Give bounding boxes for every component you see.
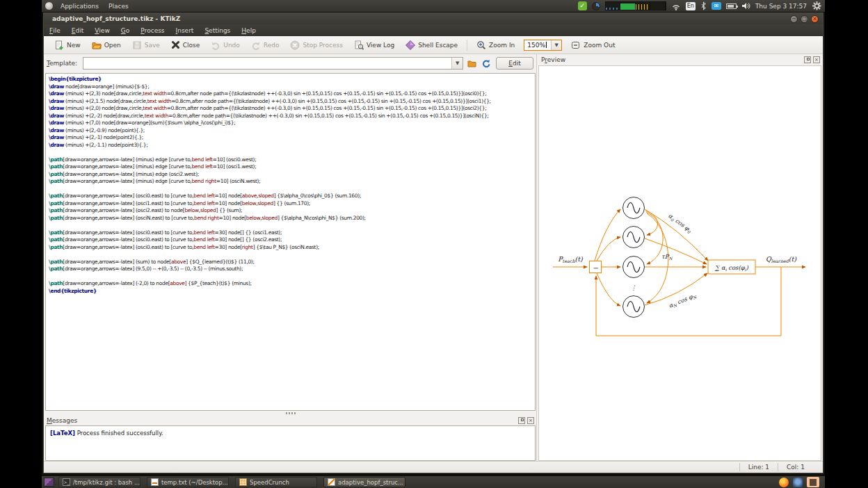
messages-float-button[interactable] — [518, 417, 525, 424]
taskbar-item[interactable]: SpeedCrunch — [235, 477, 317, 487]
tray-icon-active[interactable] — [807, 477, 819, 487]
template-row: Template: ▼ Edit — [44, 54, 536, 72]
save-icon — [132, 40, 142, 50]
show-desktop-button[interactable] — [44, 478, 54, 487]
shell-escape-button[interactable]: Shell Escape — [401, 39, 463, 51]
close-button[interactable]: × — [811, 15, 819, 23]
menu-help[interactable]: Help — [236, 24, 262, 36]
battery-icon[interactable] — [726, 3, 737, 9]
template-open-button[interactable] — [466, 58, 477, 70]
float-icon — [807, 58, 810, 60]
undo-button[interactable]: Undo — [206, 39, 245, 51]
statusbar-line: Line: 1 — [739, 463, 778, 471]
editor-messages-splitter[interactable] — [45, 411, 536, 416]
reload-icon — [481, 59, 490, 68]
view-log-button[interactable]: View Log — [349, 39, 399, 51]
keyboard-layout-indicator[interactable]: En — [686, 2, 696, 10]
code-line: \path[draw=orange,arrows=-latex] (-2,0) … — [49, 280, 535, 288]
code-line: \path[draw=orange,arrows=-latex] (osci1.… — [49, 200, 535, 208]
code-line: \end{tikzpicture} — [49, 288, 535, 295]
menu-go[interactable]: Go — [115, 24, 136, 36]
menu-settings[interactable]: Settings — [199, 24, 236, 36]
mem-graph — [620, 2, 636, 10]
bluetooth-icon[interactable] — [700, 1, 707, 10]
tray-icon-2[interactable] — [793, 478, 803, 487]
code-line — [49, 186, 535, 193]
zoom-level-combobox[interactable]: 150% ▼ — [524, 40, 562, 51]
code-line: \draw (minus) +(2,0) node[draw,circle,te… — [49, 105, 535, 113]
taskbar-item[interactable]: adaptive_hopf_struc... — [323, 477, 405, 487]
code-line: \draw (minus) +(2,3) node[draw,circle,te… — [49, 90, 535, 98]
code-editor[interactable]: \begin{tikzpicture}\draw node[draw=orang… — [45, 73, 536, 411]
wifi-icon[interactable] — [671, 2, 681, 10]
bottom-taskbar: >_/tmp/ktikz.git : bash ...temp.txt (~/D… — [42, 476, 825, 488]
save-label: Save — [145, 42, 160, 49]
messages-close-button[interactable]: × — [527, 417, 534, 424]
net-graph — [606, 2, 621, 10]
template-value[interactable] — [83, 58, 451, 69]
redo-icon — [251, 40, 261, 50]
applications-menu[interactable]: Applications — [56, 0, 104, 12]
save-button[interactable]: Save — [127, 39, 165, 51]
taskbar-item[interactable]: temp.txt (~/Desktop... — [147, 477, 229, 487]
taskbar-item[interactable]: >_/tmp/ktikz.git : bash ... — [58, 477, 140, 487]
shell-escape-icon — [405, 40, 415, 50]
code-line — [49, 149, 535, 156]
preview-pane: Preview × — [536, 54, 823, 461]
alphaN-label: αN cos φN — [668, 291, 698, 310]
preview-float-button[interactable] — [804, 56, 811, 63]
zoom-out-button[interactable]: Zoom Out — [566, 39, 620, 51]
open-button[interactable]: Open — [87, 39, 126, 51]
menu-edit[interactable]: Edit — [66, 24, 89, 36]
template-reload-button[interactable] — [481, 58, 492, 70]
close-file-button[interactable]: Close — [166, 39, 205, 51]
template-edit-button[interactable]: Edit — [496, 57, 533, 70]
taskbar-item-label: /tmp/ktikz.git : bash ... — [73, 479, 140, 486]
zoom-out-label: Zoom Out — [584, 42, 615, 49]
titlebar[interactable]: adaptive_hopf_structure.tikz - KTikZ − ▢… — [44, 13, 823, 24]
system-monitor-applet[interactable] — [605, 1, 666, 10]
code-line: \path[draw=orange,arrows=-latex] (osci0.… — [49, 193, 535, 200]
zoom-combo-arrow-icon[interactable]: ▼ — [551, 40, 561, 50]
vdots: ⋮ — [631, 284, 637, 291]
menu-file[interactable]: File — [44, 24, 66, 36]
template-combobox[interactable]: ▼ — [83, 57, 463, 70]
ktikz-icon — [328, 478, 335, 486]
menu-process[interactable]: Process — [135, 24, 170, 36]
firefox-tray-icon[interactable] — [779, 478, 789, 487]
preview-header: Preview × — [537, 54, 823, 65]
update-manager-icon[interactable]: ✓ — [578, 1, 587, 10]
template-combo-arrow-icon[interactable]: ▼ — [451, 58, 463, 69]
minimize-button[interactable]: − — [790, 15, 798, 23]
mail-icon[interactable]: ✉ — [712, 2, 721, 10]
menu-insert[interactable]: Insert — [170, 24, 200, 36]
minus-label: − — [593, 264, 599, 272]
new-label: New — [67, 42, 81, 49]
new-button[interactable]: New — [49, 39, 86, 51]
editor-pane: Template: ▼ Edit \begin{tikzpicture}\dra… — [44, 54, 536, 461]
maximize-button[interactable]: ▢ — [801, 15, 808, 23]
stop-process-icon — [290, 40, 300, 50]
zoom-in-button[interactable]: Zoom In — [472, 39, 520, 51]
volume-icon[interactable] — [741, 2, 750, 10]
code-line: \path[draw=orange,arrows=-latex] (minus)… — [49, 171, 535, 179]
preview-close-button[interactable]: × — [813, 56, 820, 63]
messages-output[interactable]: [LaTeX] Process finished successfully. — [45, 425, 536, 461]
code-line: \begin{tikzpicture} — [49, 76, 535, 83]
preview-canvas[interactable]: − ⋮ ∑ αi cos(φi) — [538, 65, 821, 461]
panel-clock[interactable]: Thu Sep 3 17:57 — [755, 3, 807, 10]
preview-title: Preview — [541, 56, 565, 63]
globe-applet-icon[interactable] — [592, 2, 600, 10]
redo-label: Redo — [264, 42, 280, 49]
stop-process-button[interactable]: Stop Process — [285, 39, 347, 51]
taskbar-item-label: SpeedCrunch — [250, 479, 289, 486]
session-gear-icon[interactable] — [812, 1, 822, 11]
redo-button[interactable]: Redo — [246, 39, 284, 51]
zoom-level-value[interactable]: 150% — [524, 42, 551, 49]
menu-view[interactable]: View — [89, 24, 115, 36]
stop-process-label: Stop Process — [303, 42, 342, 49]
distro-logo-icon[interactable] — [45, 2, 53, 10]
code-line: \path[draw=orange,arrows=-latex] (9.5,0)… — [49, 266, 535, 273]
taskbar-item-label: adaptive_hopf_struc... — [338, 479, 403, 486]
places-menu[interactable]: Places — [104, 0, 134, 12]
